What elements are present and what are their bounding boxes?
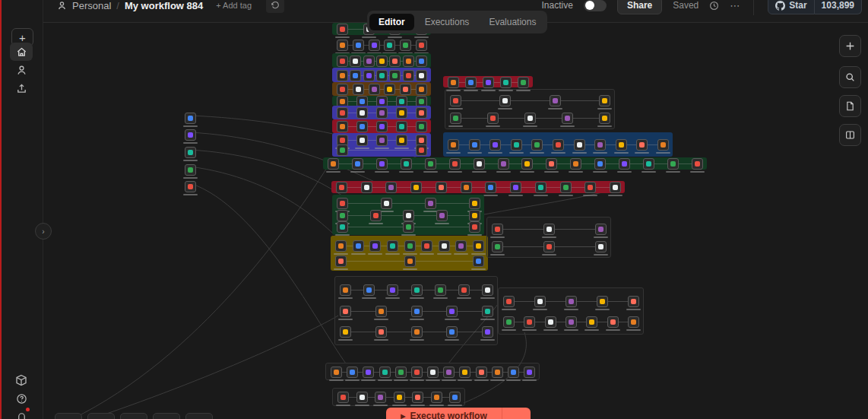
workflow-node[interactable]: [492, 224, 503, 235]
search-nodes-button[interactable]: [839, 66, 861, 88]
workflow-node[interactable]: [411, 326, 423, 338]
workflow-node[interactable]: [376, 158, 388, 170]
workflow-node[interactable]: [328, 158, 339, 170]
workflow-node[interactable]: [363, 70, 375, 81]
workflow-node[interactable]: [667, 158, 679, 170]
workflow-group[interactable]: [323, 157, 707, 170]
github-star-count[interactable]: 103,899: [815, 0, 862, 14]
workflow-node[interactable]: [545, 316, 556, 328]
workflow-node[interactable]: [394, 392, 405, 403]
sidebar-item-personal[interactable]: [10, 61, 33, 79]
workflow-node[interactable]: [337, 56, 348, 67]
workflow-node[interactable]: [404, 240, 416, 252]
tab-evaluations[interactable]: Evaluations: [480, 14, 545, 30]
workflow-node[interactable]: [534, 296, 546, 307]
workflow-node[interactable]: [410, 182, 422, 193]
github-star-button[interactable]: Star: [768, 0, 814, 14]
workflow-node[interactable]: [337, 121, 348, 132]
history-button[interactable]: [266, 0, 284, 13]
workflow-node[interactable]: [376, 135, 388, 146]
workflow-trigger-node[interactable]: [185, 147, 196, 158]
workflow-node[interactable]: [403, 210, 414, 221]
workflow-node[interactable]: [599, 95, 610, 106]
workflow-node[interactable]: [396, 135, 407, 146]
workflow-group[interactable]: [325, 363, 540, 380]
workflow-node[interactable]: [446, 326, 458, 338]
workflow-node[interactable]: [331, 367, 342, 378]
workflow-node[interactable]: [389, 70, 401, 81]
workflow-node[interactable]: [543, 241, 555, 252]
workflow-trigger-node[interactable]: [185, 164, 196, 176]
clock-icon[interactable]: [709, 1, 719, 11]
workflow-node[interactable]: [416, 107, 427, 119]
workflow-node[interactable]: [411, 367, 423, 378]
workflow-node[interactable]: [435, 284, 446, 296]
canvas-control-button-2[interactable]: [87, 413, 115, 419]
add-tag-button[interactable]: + Add tag: [216, 1, 252, 10]
workflow-node[interactable]: [570, 158, 581, 170]
workflow-node[interactable]: [473, 240, 484, 252]
workflow-group[interactable]: [443, 132, 673, 157]
workflow-node[interactable]: [356, 121, 368, 132]
workflow-node[interactable]: [384, 40, 395, 51]
workflow-node[interactable]: [439, 240, 450, 252]
workflow-node[interactable]: [425, 198, 436, 209]
workflow-group[interactable]: [332, 195, 484, 235]
workflow-node[interactable]: [461, 182, 472, 193]
workflow-trigger-node[interactable]: [185, 129, 196, 141]
workflow-node[interactable]: [508, 367, 519, 378]
workflow-node[interactable]: [412, 392, 423, 403]
workflow-node[interactable]: [610, 182, 621, 193]
workflow-node[interactable]: [465, 77, 477, 88]
workflow-node[interactable]: [599, 113, 610, 124]
workflow-node[interactable]: [469, 221, 480, 233]
workflow-node[interactable]: [403, 56, 414, 67]
workflow-group[interactable]: [443, 76, 533, 87]
workflow-node[interactable]: [489, 139, 501, 151]
tab-executions[interactable]: Executions: [416, 14, 479, 30]
workflow-node[interactable]: [455, 240, 467, 252]
workflow-node[interactable]: [459, 367, 470, 378]
workflow-node[interactable]: [396, 121, 407, 132]
workflow-node[interactable]: [474, 158, 485, 170]
workflow-node[interactable]: [510, 182, 521, 193]
workflow-node[interactable]: [403, 221, 414, 233]
workflow-group[interactable]: [332, 37, 431, 52]
workflow-node[interactable]: [350, 56, 361, 67]
workflow-node[interactable]: [458, 284, 470, 296]
sidebar-collapse-button[interactable]: ›: [35, 223, 52, 240]
workflow-node[interactable]: [443, 367, 455, 378]
workflow-node[interactable]: [369, 84, 380, 95]
workflow-node[interactable]: [416, 40, 427, 51]
sticky-note-button[interactable]: [839, 95, 861, 117]
workflow-node[interactable]: [340, 326, 351, 338]
workflow-group[interactable]: [332, 53, 431, 68]
workflow-node[interactable]: [335, 256, 347, 267]
workflow-node[interactable]: [375, 392, 386, 403]
workflow-node[interactable]: [335, 240, 347, 252]
workflow-trigger-node[interactable]: [185, 181, 196, 192]
workflow-node[interactable]: [562, 113, 573, 124]
workflow-node[interactable]: [628, 316, 639, 328]
workflow-node[interactable]: [446, 306, 458, 317]
workflow-node[interactable]: [521, 158, 533, 170]
workflow-node[interactable]: [375, 326, 387, 338]
execute-workflow-options-button[interactable]: [502, 408, 531, 419]
workflow-node[interactable]: [511, 139, 522, 151]
workflow-node[interactable]: [350, 70, 361, 81]
workflow-node[interactable]: [498, 158, 509, 170]
canvas-control-button-3[interactable]: [120, 413, 147, 419]
workflow-group[interactable]: [332, 119, 431, 133]
workflow-group[interactable]: [498, 287, 644, 335]
workflow-node[interactable]: [492, 241, 503, 252]
workflow-node[interactable]: [421, 240, 432, 252]
workflow-node[interactable]: [416, 70, 427, 81]
workflow-node[interactable]: [524, 316, 535, 328]
workflow-node[interactable]: [337, 392, 349, 403]
workflow-node[interactable]: [436, 210, 448, 221]
workflow-node[interactable]: [487, 113, 499, 124]
workflow-node[interactable]: [636, 139, 648, 151]
workflow-group[interactable]: [332, 68, 431, 82]
workflow-node[interactable]: [482, 326, 493, 338]
workflow-node[interactable]: [565, 296, 577, 307]
